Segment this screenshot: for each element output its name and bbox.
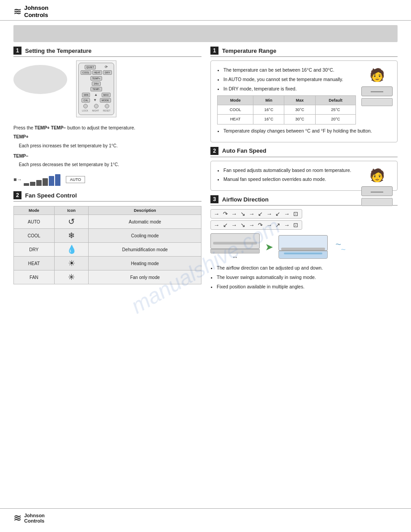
logo-icon: ≋ [13,6,21,17]
section1-right-title: Temperature Range [222,47,276,54]
temp-minus-btn[interactable]: TEMP- [90,87,102,91]
min-btn[interactable]: MIN [82,93,90,97]
bullet-extra-1: Temperature display changes between °C a… [223,127,391,135]
section2-right-header: 2 Auto Fan Speed [210,147,398,157]
24hr-btn[interactable]: 24hr [92,82,100,86]
section1-right-header: 1 Temperature Range [210,47,398,57]
person-icon: 🧑 [369,65,385,86]
table-row: HEAT 16°C 30°C 20°C [218,115,356,124]
fan-speed-diagram: ■→ AUTO [13,173,201,186]
quiet-btn[interactable]: QUIET [85,65,96,69]
th-max: Max [284,95,315,105]
mode-table: Mode Icon Description AUTO ↺ Automatic m… [13,206,201,284]
footer-logo-icon: ≋ [13,512,21,524]
lock-label: LOCK [82,109,88,112]
fan-bars [24,173,60,186]
table-row: COOL 16°C 30°C 25°C [218,105,356,114]
airflow-section: → ↷ → ↘ → ↙ → ↙ → ⊡ → ↙ → ↘ → ↷ → ↗ → ⊡ … [210,209,398,290]
table-row: AUTO ↺ Automatic mode [14,215,201,229]
section2-right-number: 2 [210,147,218,155]
desc-fan: Fan only mode [89,270,201,284]
table-row: HEAT ☀ Heating mode [14,257,201,270]
green-arrow: ➤ [265,241,273,253]
cool-btn[interactable]: COOL [81,70,91,75]
section2-number: 2 [13,191,21,199]
night-label: NIGHT [92,109,99,112]
col-mode: Mode [14,206,55,215]
section1-number: 1 [13,47,21,55]
wind-lines: ~ [335,239,341,250]
ac-illustration-2: 🧑 ▬▬▬▬ [361,166,393,206]
right-column: 1 Temperature Range 🧑 ▬▬▬▬ The temperatu… [210,47,398,292]
mode-cool: COOL [14,229,55,243]
heat-btn[interactable]: HEAT [92,70,102,75]
reset-label: RESET [103,109,111,112]
auto-box: AUTO [66,176,85,183]
table-row: FAN ✳ Fan only mode [14,270,201,284]
mode-btn[interactable]: MODE [100,98,111,103]
page-footer: ≋ Johnson Controls [0,508,411,528]
td-heat: HEAT [218,115,253,124]
logo-area: ≋ Johnson Controls [13,4,48,18]
table-row: COOL ❄ Cooling mode [14,229,201,243]
lock-circle[interactable] [83,104,88,108]
mode-auto: AUTO [14,215,55,229]
temp-extra-bullets: Temperature display changes between °C a… [217,127,391,135]
table-row: DRY 💧 Dehumidification mode [14,243,201,257]
mode-heat: HEAT [14,257,55,270]
airflow-bullet-1: The airflow direction can be adjusted up… [217,264,398,272]
left-column: 1 Setting the Temperature QUIET ⟳ COOL H… [13,47,201,292]
footer-brand: Johnson [24,513,45,518]
col-desc: Description [89,206,201,215]
page-header: ≋ Johnson Controls [0,0,411,21]
th-min: Min [253,95,284,105]
mode-table-header: Mode Icon Description [14,206,201,215]
airflow-bullet-3: Fixed position available in multiple ang… [217,283,398,291]
person-icon-2: 🧑 [369,166,385,186]
remote-illustration: QUIET ⟳ COOL HEAT DRY TEMP+ 24hr [76,60,116,117]
arrow-seq-1: → ↷ → ↘ → ↙ → ↙ → ⊡ [210,209,302,219]
oval-decoration [13,65,67,94]
airflow-arrows: → ↷ → ↘ → ↙ → ↙ → ⊡ → ↙ → ↘ → ↷ → ↗ → ⊡ [210,209,398,230]
th-mode: Mode [218,95,253,105]
ac-comparison: ↔ ➤ ~ ~ [210,233,398,261]
section3-right-title: Airflow Direction [222,196,269,203]
td-cool-max: 30°C [284,105,315,114]
arrow-seq-2: → ↙ → ↘ → ↷ → ↗ → ⊡ [210,220,302,230]
airflow-row-1: → ↷ → ↘ → ↙ → ↙ → ⊡ [210,209,398,219]
ac-stand [361,98,393,106]
airflow-row-2: → ↙ → ↘ → ↷ → ↗ → ⊡ [210,220,398,230]
ac-unit-open [278,235,328,251]
bar-4 [43,178,48,186]
double-arrow: ↔ [232,253,238,261]
ac-unit-1: ▬▬▬▬ [361,86,393,96]
desc-dry: Dehumidification mode [89,243,201,257]
section2-title: Fan Speed Control [25,192,77,199]
ac-stand-2 [361,198,393,206]
ac-bottom-closed [210,249,260,253]
td-cool-min: 16°C [253,105,284,114]
airflow-bullets: The airflow direction can be adjusted up… [210,264,398,290]
td-cool-def: 25°C [315,105,356,114]
dry-btn[interactable]: DRY [103,70,112,75]
ac-illustration-1: 🧑 ▬▬▬▬ [361,65,393,106]
mode-fan: FAN [14,270,55,284]
bar-6 [55,174,60,186]
section1-right-number: 1 [210,47,218,55]
remote-area: QUIET ⟳ COOL HEAT DRY TEMP+ 24hr [13,60,201,117]
ac-unit-2: ▬▬▬▬ [361,186,393,196]
temp-range-table: Mode Min Max Default COOL 16°C 30°C 25°C… [217,95,356,124]
airflow-bullet-2: The louver swings automatically in swing… [217,274,398,281]
bar-1 [24,183,29,186]
th-default: Default [315,95,356,105]
cal-btn[interactable]: CAL [81,98,90,103]
desc-cool: Cooling mode [89,229,201,243]
temp-plus-btn[interactable]: TEMP+ [90,76,103,81]
td-heat-def: 20°C [315,115,356,124]
max-btn[interactable]: MAX [102,93,111,97]
night-circle[interactable] [94,104,98,108]
reset-circle[interactable] [105,104,109,108]
down-arrow: ▼ [93,98,97,103]
icon-fan: ✳ [54,270,89,284]
section2-right-title: Auto Fan Speed [222,147,266,154]
